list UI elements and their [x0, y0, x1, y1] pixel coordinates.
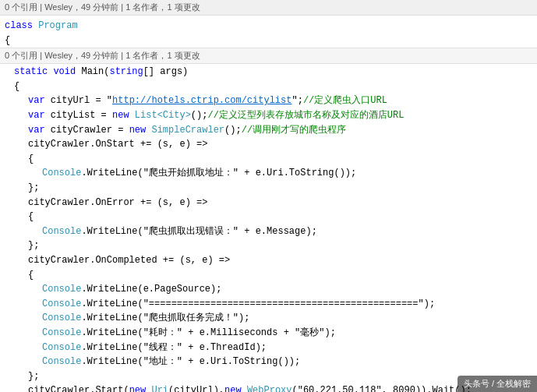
code-line-cityurl: var cityUrl = "http://hotels.ctrip.com/c… — [0, 94, 537, 108]
type-console5: Console — [42, 311, 81, 326]
top-reference-bar: 0 个引用 | Wesley，49 分钟前 | 1 名作者，1 项更改 — [0, 0, 537, 16]
code-line-brace1: { — [0, 34, 537, 48]
code-line-writeline3: Console.WriteLine(e.PageSource); — [0, 282, 537, 297]
code-line-closebrace3: }; — [0, 181, 537, 196]
keyword-var2: var — [28, 108, 51, 123]
keyword-string: string — [109, 65, 143, 79]
code-line-writeline7: Console.WriteLine("线程：" + e.ThreadId); — [0, 341, 537, 355]
watermark: 头条号 / 全栈解密 — [458, 376, 537, 392]
keyword-static: static — [14, 65, 53, 79]
open-brace-1: { — [5, 34, 10, 48]
type-list: List<City> — [135, 108, 191, 123]
writeline4-text: .WriteLine("============================… — [81, 297, 435, 312]
type-simplecrawler: SimpleCrawler — [151, 123, 224, 138]
code-line-writeline1: Console.WriteLine("爬虫开始抓取地址：" + e.Uri.To… — [0, 166, 537, 181]
code-line-writeline8: Console.WriteLine("地址：" + e.Uri.ToString… — [0, 355, 537, 369]
code-line-onstart: cityCrawler.OnStart += (s, e) => — [0, 137, 537, 152]
open-brace-2: { — [14, 79, 19, 94]
var-citycrawler: cityCrawler = — [51, 123, 129, 138]
writeline2-text: .WriteLine("爬虫抓取出现错误：" + e.Message); — [81, 224, 316, 239]
code-line-brace5: { — [0, 268, 537, 283]
keyword-new4: new — [224, 383, 247, 392]
code-line-method: static void Main(string[] args) — [0, 65, 537, 79]
writeline6-text: .WriteLine("耗时：" + e.Milliseconds + "毫秒"… — [81, 326, 335, 341]
keyword-class: class — [5, 19, 38, 34]
open-brace-5: { — [28, 268, 34, 283]
inner-reference-bar: 0 个引用 | Wesley，49 分钟前 | 1 名作者，1 项更改 — [0, 48, 537, 64]
code-line-writeline5: Console.WriteLine("爬虫抓取任务完成！"); — [0, 311, 537, 326]
code-area[interactable]: class Program { 0 个引用 | Wesley，49 分钟前 | … — [0, 16, 537, 392]
writeline8-text: .WriteLine("地址：" + e.Uri.ToString()); — [81, 355, 300, 369]
start-text3: ("60.221.50.118", 8090)).Wait(); — [291, 383, 471, 392]
ref-bar-text: 0 个引用 | Wesley，49 分钟前 | 1 名作者，1 项更改 — [5, 51, 200, 60]
code-line-brace4: { — [0, 210, 537, 224]
comment-citylist: //定义泛型列表存放城市名称及对应的酒店URL — [207, 108, 404, 123]
keyword-new2: new — [129, 123, 152, 138]
citylist-rest: (); — [191, 108, 208, 123]
close-brace-5: }; — [28, 369, 39, 384]
writeline7-text: .WriteLine("线程：" + e.ThreadId); — [81, 341, 267, 355]
keyword-var1: var — [28, 94, 51, 108]
code-line-writeline6: Console.WriteLine("耗时：" + e.Milliseconds… — [0, 326, 537, 341]
method-args: [] args) — [143, 65, 189, 79]
code-line-start: cityCrawler.Start(new Uri(cityUrl),new W… — [0, 383, 537, 392]
start-text: cityCrawler.Start( — [28, 383, 129, 392]
open-brace-4: { — [28, 210, 34, 224]
code-line-citylist: var cityList = new List<City>();//定义泛型列表… — [0, 108, 537, 123]
watermark-text: 头条号 / 全栈解密 — [464, 379, 531, 388]
type-webproxy: WebProxy — [247, 383, 292, 392]
code-line-closebrace5: }; — [0, 369, 537, 384]
type-console8: Console — [42, 355, 81, 369]
type-uri: Uri — [151, 383, 168, 392]
keyword-void: void — [53, 65, 81, 79]
open-brace-3: { — [28, 152, 34, 167]
code-line-closebrace4: }; — [0, 238, 537, 253]
onstart-text: cityCrawler.OnStart += (s, e) => — [28, 137, 207, 152]
close-brace-3: }; — [28, 181, 39, 196]
code-line-writeline4: Console.WriteLine("=====================… — [0, 297, 537, 312]
top-bar-text: 0 个引用 | Wesley，49 分钟前 | 1 名作者，1 项更改 — [5, 2, 200, 12]
code-line-class: class Program — [0, 19, 537, 34]
oncompleted-text: cityCrawler.OnCompleted += (s, e) => — [28, 253, 230, 268]
code-line-citycrawler: var cityCrawler = new SimpleCrawler();//… — [0, 123, 537, 138]
writeline3-text: .WriteLine(e.PageSource); — [81, 282, 221, 297]
comment-cityurl: //定义爬虫入口URL — [303, 94, 387, 108]
type-console6: Console — [42, 326, 81, 341]
start-text2: (cityUrl), — [168, 383, 224, 392]
writeline5-text: .WriteLine("爬虫抓取任务完成！"); — [81, 311, 249, 326]
code-line-brace2: { — [0, 79, 537, 94]
code-line-brace3: { — [0, 152, 537, 167]
class-name: Program — [38, 19, 77, 34]
type-console1: Console — [42, 166, 81, 181]
onerror-text: cityCrawler.OnError += (s, e) => — [28, 196, 207, 210]
cityurl-rest: "; — [291, 94, 302, 108]
type-console2: Console — [42, 224, 81, 239]
type-console4: Console — [42, 297, 81, 312]
var-cityurl: cityUrl = " — [51, 94, 112, 108]
keyword-new1: new — [112, 108, 135, 123]
var-citylist: cityList = — [51, 108, 112, 123]
type-console3: Console — [42, 282, 81, 297]
code-line-onerror: cityCrawler.OnError += (s, e) => — [0, 196, 537, 210]
close-brace-4: }; — [28, 238, 39, 253]
code-line-writeline2: Console.WriteLine("爬虫抓取出现错误：" + e.Messag… — [0, 224, 537, 239]
comment-citycrawler: //调用刚才写的爬虫程序 — [242, 123, 346, 138]
type-console7: Console — [42, 341, 81, 355]
writeline1-text: .WriteLine("爬虫开始抓取地址：" + e.Uri.ToString(… — [81, 166, 356, 181]
code-line-oncompleted: cityCrawler.OnCompleted += (s, e) => — [0, 253, 537, 268]
cityurl-link: http://hotels.ctrip.com/citylist — [112, 94, 291, 108]
keyword-var3: var — [28, 123, 51, 138]
keyword-new3: new — [129, 383, 152, 392]
method-name: Main( — [81, 65, 109, 79]
citycrawler-rest: (); — [224, 123, 242, 138]
editor-container: 0 个引用 | Wesley，49 分钟前 | 1 名作者，1 项更改 clas… — [0, 0, 537, 392]
